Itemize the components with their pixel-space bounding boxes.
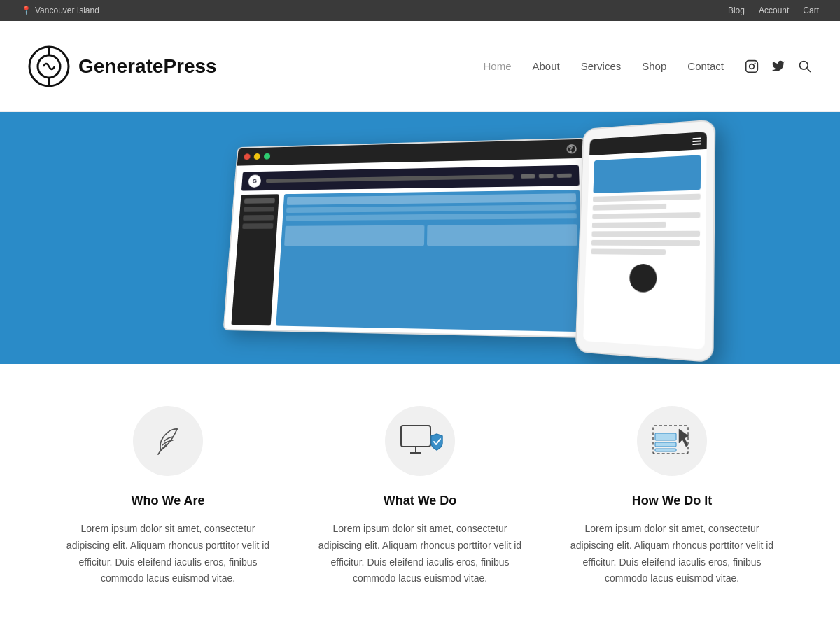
instagram-icon[interactable] xyxy=(745,59,759,74)
svg-rect-4 xyxy=(746,60,758,72)
pin-icon: 📍 xyxy=(21,6,31,15)
topbar-links: Blog Account Cart xyxy=(728,6,819,15)
svg-point-5 xyxy=(750,64,755,69)
logo-text: GeneratePress xyxy=(78,55,217,78)
location-text: Vancouver Island xyxy=(35,6,99,15)
svg-rect-12 xyxy=(401,426,430,447)
svg-rect-18 xyxy=(655,449,676,451)
cart-link[interactable]: Cart xyxy=(803,6,819,15)
svg-line-8 xyxy=(807,68,811,71)
hero-section: G xyxy=(0,112,840,364)
nav-contact[interactable]: Contact xyxy=(687,60,724,72)
how-we-do-it-title: How We Do It xyxy=(567,493,777,508)
who-we-are-icon-wrap xyxy=(133,406,203,476)
feature-who-we-are: Who We Are Lorem ipsum dolor sit amet, c… xyxy=(63,406,273,587)
nav-services[interactable]: Services xyxy=(581,60,622,72)
search-icon[interactable] xyxy=(798,59,812,74)
what-we-do-text: Lorem ipsum dolor sit amet, consectetur … xyxy=(315,521,525,587)
logo-icon xyxy=(28,46,70,88)
location-bar: 📍 Vancouver Island xyxy=(21,6,99,15)
site-header: GeneratePress Home About Services Shop C… xyxy=(0,21,840,112)
svg-rect-16 xyxy=(655,433,676,440)
how-we-do-it-icon-wrap xyxy=(637,406,707,476)
svg-point-6 xyxy=(755,62,756,64)
what-we-do-title: What We Do xyxy=(315,493,525,508)
phone-mockup xyxy=(575,119,716,363)
feather-icon xyxy=(150,424,186,458)
twitter-icon[interactable] xyxy=(771,59,785,74)
cursor-web-icon xyxy=(650,422,695,461)
nav-about[interactable]: About xyxy=(533,60,560,72)
feature-how-we-do-it: How We Do It Lorem ipsum dolor sit amet,… xyxy=(567,406,777,587)
who-we-are-text: Lorem ipsum dolor sit amet, consectetur … xyxy=(63,521,273,587)
main-nav: Home About Services Shop Contact xyxy=(484,59,813,74)
topbar: 📍 Vancouver Island Blog Account Cart xyxy=(0,0,840,21)
blog-link[interactable]: Blog xyxy=(728,6,745,15)
nav-home[interactable]: Home xyxy=(484,60,512,72)
svg-marker-19 xyxy=(679,429,689,447)
monitor-shield-icon xyxy=(398,422,443,461)
nav-social-icons xyxy=(745,59,812,74)
svg-point-9 xyxy=(567,145,576,153)
feature-what-we-do: What We Do Lorem ipsum dolor sit amet, c… xyxy=(315,406,525,587)
logo[interactable]: GeneratePress xyxy=(28,46,217,88)
who-we-are-title: Who We Are xyxy=(63,493,273,508)
svg-point-10 xyxy=(570,151,571,152)
how-we-do-it-text: Lorem ipsum dolor sit amet, consectetur … xyxy=(567,521,777,587)
nav-shop[interactable]: Shop xyxy=(642,60,666,72)
hero-illustration: G xyxy=(0,112,840,364)
features-section: Who We Are Lorem ipsum dolor sit amet, c… xyxy=(0,364,840,630)
account-link[interactable]: Account xyxy=(759,6,789,15)
desktop-mockup: G xyxy=(220,138,594,364)
svg-line-11 xyxy=(158,450,161,454)
svg-rect-17 xyxy=(655,442,676,447)
what-we-do-icon-wrap xyxy=(385,406,455,476)
